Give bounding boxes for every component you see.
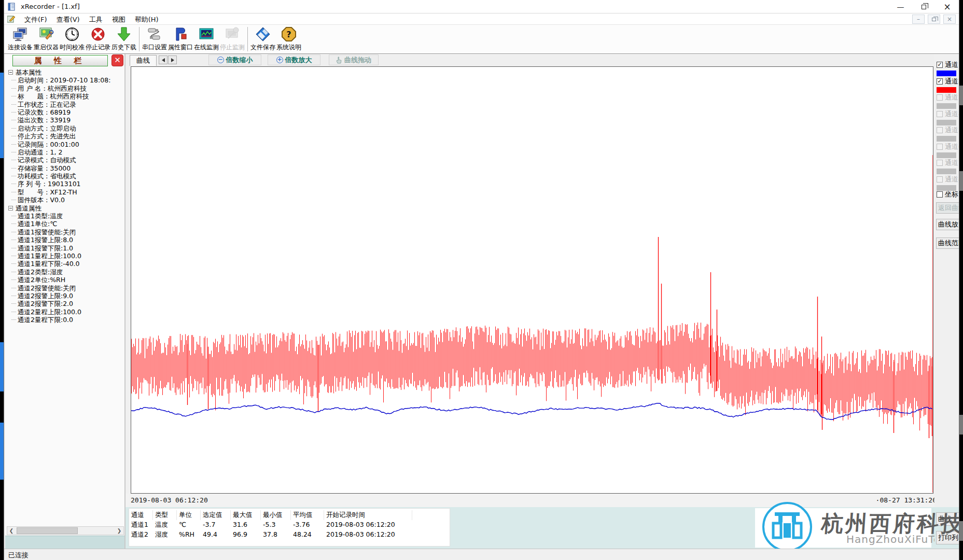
curve-canvas[interactable] [131, 67, 933, 493]
tree-item[interactable]: 启动通道：1, 2 [7, 148, 124, 156]
channel-toggle-2[interactable]: ✓通道2 [937, 77, 959, 93]
left-arrow-icon [162, 58, 165, 62]
toolbar-button-label: 文件保存 [250, 43, 275, 52]
tree-item[interactable]: 通道2量程上限:100.0 [7, 308, 124, 316]
close-button[interactable]: × [936, 0, 959, 13]
channel-toggle-3[interactable]: 通道3 [937, 93, 959, 109]
tree-item[interactable]: 型 号：XF12-TH [7, 188, 124, 196]
zoom-in-button[interactable]: +倍数放大 [268, 54, 320, 65]
toolbar-button-connect-devices[interactable]: 连接设备 [7, 25, 33, 53]
stats-table-row: 通道2湿度%RH49.496.937.848.242019-08-03 06:1… [129, 530, 450, 540]
menu-item-0[interactable]: 文件(F) [20, 15, 52, 24]
channel-toggle-6[interactable]: 通道6 [937, 142, 959, 158]
tree-group-0[interactable]: 基本属性 [7, 68, 124, 76]
toolbar-button-stop-monitor: 停止监测 [219, 25, 245, 53]
hscroll-thumb[interactable] [17, 527, 78, 534]
channel-checkbox[interactable] [937, 144, 943, 150]
channel-checkbox[interactable]: ✓ [937, 62, 943, 68]
channel-toggle-5[interactable]: 通道5 [937, 125, 959, 142]
tree-item[interactable]: 固件版本：V0.0 [7, 196, 124, 204]
tree-item[interactable]: 通道2类型:湿度 [7, 268, 124, 276]
tree-item[interactable]: 用 户 名：杭州西府科技 [7, 85, 124, 92]
tab-scroll-left-button[interactable] [159, 55, 168, 64]
channel-checkbox[interactable] [937, 127, 943, 133]
tree-item[interactable]: 工作状态：正在记录 [7, 101, 124, 108]
tree-item[interactable]: 通道2量程下限:0.0 [7, 316, 124, 324]
restore-button[interactable] [912, 0, 936, 13]
toolbar-button-serial-port[interactable]: 串口设置 [142, 25, 168, 53]
curve-plot-area[interactable] [131, 66, 933, 494]
channel-toggle-7[interactable]: 通道7 [937, 158, 959, 174]
channel-checkbox[interactable] [937, 94, 943, 101]
channel-toggle-1[interactable]: ✓通道1 [937, 60, 959, 76]
toolbar-button-online-monitor[interactable]: 在线监测 [193, 25, 219, 53]
tree-item[interactable]: 记录模式：自动模式 [7, 156, 124, 164]
menu-item-1[interactable]: 查看(V) [52, 15, 85, 24]
tree-item[interactable]: 通道1报警上限:8.0 [7, 236, 124, 244]
toolbar-button-system-help[interactable]: ?系统说明 [276, 25, 302, 53]
stats-col-header: 通道 [129, 510, 153, 520]
toolbar-button-restart-instrument[interactable]: 重启仪器 [33, 25, 59, 53]
tab-curve[interactable]: 曲线 [130, 55, 157, 66]
channel-checkbox[interactable] [937, 176, 943, 183]
tree-item[interactable]: 记录次数：68919 [7, 108, 124, 116]
tree-item[interactable]: 标 题：杭州西府科技 [7, 92, 124, 100]
mdi-restore-button[interactable] [928, 15, 940, 24]
toolbar-button-stop-recording[interactable]: 停止记录 [85, 25, 111, 53]
minimize-button[interactable]: — [889, 0, 912, 13]
zoom-out-button[interactable]: −倍数缩小 [208, 54, 261, 65]
tree-item[interactable]: 功耗模式：省电模式 [7, 172, 124, 180]
tree-item[interactable]: 通道1量程下限:-40.0 [7, 260, 124, 268]
coordinate-label: 坐标 [945, 190, 958, 199]
collapse-icon[interactable] [8, 206, 13, 211]
tree-item[interactable]: 记录间隔：00:01:00 [7, 141, 124, 148]
tree-item[interactable]: 通道1类型:温度 [7, 212, 124, 220]
mdi-minimize-button[interactable]: – [912, 15, 925, 24]
menu-item-2[interactable]: 工具 [85, 15, 107, 24]
desktop-right-fragment [959, 521, 963, 541]
curve-drag-button[interactable]: 曲线拖动 [329, 54, 379, 65]
tree-item[interactable]: 通道2报警使能:关闭 [7, 284, 124, 292]
channel-checkbox[interactable]: ✓ [937, 78, 943, 85]
tree-item[interactable]: 通道2单位:%RH [7, 276, 124, 284]
tree-item[interactable]: 溢出次数：33919 [7, 116, 124, 124]
zoom-out-label: 倍数缩小 [226, 55, 253, 65]
coordinate-checkbox[interactable] [937, 191, 943, 198]
collapse-icon[interactable] [8, 70, 13, 75]
toolbar-button-history-download[interactable]: 历史下载 [111, 25, 137, 53]
tree-group-1[interactable]: 通道属性 [7, 204, 124, 212]
tree-item[interactable]: 启动时间：2019-07-10 18:08: [7, 76, 124, 84]
toolbar-button-property-window[interactable]: 属性窗口 [168, 25, 193, 53]
system-help-icon: ? [281, 26, 297, 42]
property-panel-hscrollbar[interactable]: ❮ ❯ [7, 526, 124, 535]
channel-checkbox[interactable] [937, 160, 943, 166]
tree-item[interactable]: 停止方式：先进先出 [7, 132, 124, 140]
tree-item[interactable]: 序 列 号：19013101 [7, 180, 124, 188]
panel-button-2[interactable]: 曲线范围 [936, 237, 959, 249]
scroll-right-icon[interactable]: ❯ [115, 527, 123, 535]
tree-item[interactable]: 通道1报警使能:关闭 [7, 228, 124, 236]
menu-item-3[interactable]: 视图 [107, 15, 130, 24]
mdi-close-button[interactable]: × [943, 15, 956, 24]
toolbar-button-time-calibration[interactable]: 时间校准 [59, 25, 85, 53]
connection-status: 已连接 [8, 551, 29, 559]
channel-toggle-4[interactable]: 通道4 [937, 109, 959, 125]
panel-button-1[interactable]: 曲线放大 [936, 219, 959, 230]
channel-checkbox[interactable] [937, 111, 943, 117]
property-tree: 基本属性启动时间：2019-07-10 18:08:用 户 名：杭州西府科技标 … [7, 68, 124, 324]
stats-cell: 31.6 [231, 520, 261, 530]
coordinate-toggle[interactable]: 坐标 [937, 190, 959, 199]
tree-item[interactable]: 存储容量：35000 [7, 164, 124, 172]
tree-item[interactable]: 通道2报警上限:9.0 [7, 292, 124, 300]
tab-scroll-right-button[interactable] [168, 55, 177, 64]
tree-item[interactable]: 通道1量程上限:100.0 [7, 252, 124, 260]
property-panel-close-button[interactable]: ✕ [111, 54, 123, 66]
menu-item-4[interactable]: 帮助(H) [130, 15, 163, 24]
tree-item[interactable]: 通道1报警下限:1.0 [7, 244, 124, 252]
toolbar-button-save-file[interactable]: 文件保存 [250, 25, 276, 53]
tree-item[interactable]: 通道1单位:℃ [7, 220, 124, 228]
tree-item[interactable]: 启动方式：立即启动 [7, 124, 124, 132]
scroll-left-icon[interactable]: ❮ [7, 527, 16, 535]
tree-item[interactable]: 通道2报警下限:2.0 [7, 300, 124, 307]
channel-toggle-8[interactable]: 通道8 [937, 175, 959, 191]
